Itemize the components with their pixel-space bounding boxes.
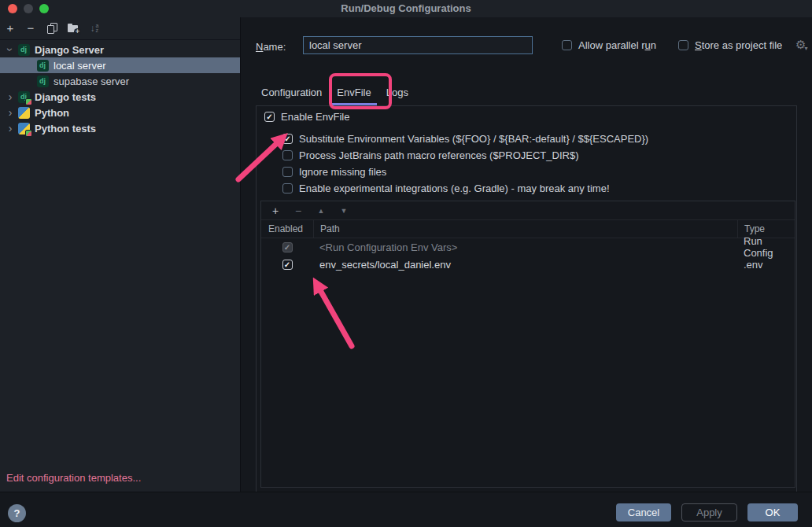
django-icon: dj [36,59,49,72]
checkbox-checked[interactable]: ✓ [282,134,293,144]
add-configuration-icon[interactable]: + [4,22,17,35]
tree-item-django-tests[interactable]: › dj Django tests [0,89,240,105]
checkbox-unchecked[interactable] [562,40,572,50]
django-tests-icon: dj [17,90,30,103]
column-header-enabled[interactable]: Enabled [261,220,313,238]
chevron-right-icon[interactable]: › [5,122,16,135]
sidebar-toolbar: + − + ↓ az [0,17,240,40]
allow-parallel-run-checkbox[interactable]: Allow parallel run [562,39,656,51]
run-debug-configurations-dialog: Run/Debug Configurations + − + ↓ az › dj… [0,0,812,527]
tab-envfile[interactable]: EnvFile [331,81,376,105]
tree-item-django-server[interactable]: › dj Django Server [0,42,240,57]
envfile-table-toolbar: + − ▲ ▼ [261,201,795,220]
process-path-macro-checkbox[interactable]: Process JetBrains path macro references … [282,149,578,161]
checkbox-checked[interactable]: ✓ [264,112,275,122]
dialog-footer: ? Cancel Apply OK [0,492,812,527]
edit-configuration-templates-link[interactable]: Edit configuration templates... [6,472,141,484]
django-icon: dj [36,75,49,87]
envfile-table-header: Enabled Path Type [261,220,795,238]
window-title: Run/Debug Configurations [0,2,812,14]
python-tests-icon [17,122,30,135]
move-down-icon[interactable]: ▼ [338,205,350,217]
name-label: Name: [256,41,286,53]
configuration-editor: Name: Allow parallel run Store as projec… [241,17,812,492]
python-icon [17,106,30,119]
chevron-down-icon[interactable]: › [4,44,17,55]
new-folder-icon[interactable]: + [67,22,79,35]
envfile-table: + − ▲ ▼ Enabled Path Type ✓ <Run Configu… [260,201,795,488]
checkbox-unchecked[interactable] [282,183,293,193]
checkbox-unchecked[interactable] [678,40,688,50]
store-options-gear-icon[interactable]: ⚙▾ [795,38,807,52]
substitute-env-variables-checkbox[interactable]: ✓ Substitute Environment Variables (${FO… [282,132,648,145]
checkbox-checked[interactable]: ✓ [282,260,293,270]
column-header-path[interactable]: Path [313,220,737,238]
sort-configurations-icon[interactable]: ↓ az [88,22,101,35]
checkbox-checked-disabled: ✓ [282,242,293,252]
remove-env-file-icon[interactable]: − [292,205,304,217]
titlebar: Run/Debug Configurations [0,0,812,17]
apply-button[interactable]: Apply [681,503,737,521]
experimental-integrations-checkbox[interactable]: Enable experimental integrations (e.g. G… [282,182,610,194]
checkbox-unchecked[interactable] [282,167,293,177]
tab-logs[interactable]: Logs [381,81,414,105]
table-row-run-config-env-vars[interactable]: ✓ <Run Configuration Env Vars> Run Confi… [261,238,795,256]
configuration-tabs: Configuration EnvFile Logs [256,81,414,105]
enable-envfile-checkbox[interactable]: ✓ Enable EnvFile [264,110,349,123]
copy-configuration-icon[interactable] [46,22,58,35]
django-icon: dj [17,43,30,56]
table-row-env-secrets-file[interactable]: ✓ env_secrets/local_daniel.env .env [261,256,795,273]
tree-item-local-server[interactable]: dj local server [0,57,240,73]
name-input[interactable] [303,36,533,54]
remove-configuration-icon[interactable]: − [24,22,37,35]
chevron-right-icon[interactable]: › [5,106,16,119]
tab-configuration[interactable]: Configuration [256,81,327,105]
ok-button[interactable]: OK [747,503,798,521]
ignore-missing-files-checkbox[interactable]: Ignore missing files [282,165,386,178]
tree-item-python[interactable]: › Python [0,105,240,120]
store-as-project-file-checkbox[interactable]: Store as project file [678,39,782,51]
configurations-sidebar: + − + ↓ az › dj Django Server dj local s… [0,17,241,492]
tree-item-python-tests[interactable]: › Python tests [0,120,240,136]
chevron-right-icon[interactable]: › [5,90,16,103]
envfile-tab-panel: ✓ Enable EnvFile ✓ Substitute Environmen… [256,105,797,492]
tree-item-supabase-server[interactable]: dj supabase server [0,73,240,89]
move-up-icon[interactable]: ▲ [315,205,327,217]
cancel-button[interactable]: Cancel [616,503,671,521]
help-button[interactable]: ? [8,504,26,522]
checkbox-unchecked[interactable] [282,150,293,160]
add-env-file-icon[interactable]: + [269,205,282,217]
